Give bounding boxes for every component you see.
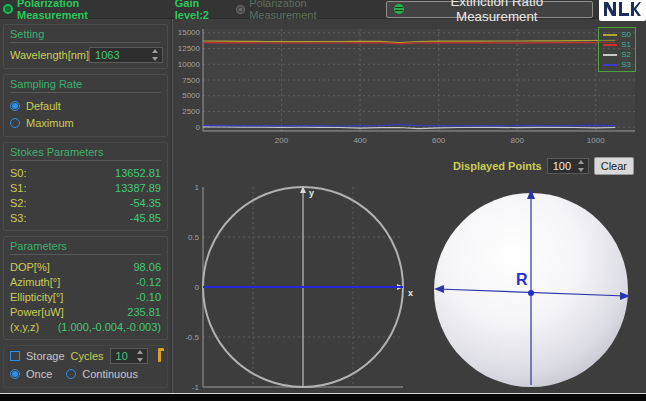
gain-level-label: Gain level:2: [175, 0, 237, 21]
app-title: Polarization Measurement: [17, 0, 153, 21]
ellipse-x-label: x: [408, 288, 413, 298]
sampling-default-label: Default: [26, 100, 61, 112]
displayed-points-spin-arrows[interactable]: [578, 160, 587, 172]
sphere-center-dot: [528, 290, 534, 296]
bottom-bar: [0, 394, 646, 401]
param-row-xyz: (x,y,z) (1.000,-0.004,-0.003): [10, 319, 161, 334]
tab-polarization-measurement[interactable]: Polarization Measurement: [236, 0, 376, 21]
svg-text:-0.5: -0.5: [185, 333, 199, 342]
brand-logo: [599, 0, 646, 21]
radio-once-icon[interactable]: [10, 369, 20, 379]
sampling-default-option[interactable]: Default: [10, 97, 161, 114]
legend-entry-S3: S3: [603, 60, 631, 69]
setting-group-title: Setting: [10, 26, 161, 43]
svg-text:1: 1: [195, 183, 200, 192]
radio-continuous-icon[interactable]: [66, 369, 76, 379]
title-bar: Polarization Measurement Gain level:2 Po…: [0, 0, 646, 19]
once-label: Once: [26, 368, 52, 380]
power-value: 235.81: [127, 306, 161, 318]
stokes-time-series-chart: 0250050007500100001250015000200400600800…: [173, 19, 646, 155]
plot-area: 0250050007500100001250015000200400600800…: [172, 19, 646, 393]
parameters-group: Parameters DOP[%] 98.06 Azimuth[°] -0.12…: [3, 236, 168, 340]
polarization-app: Polarization Measurement Gain level:2 Po…: [0, 0, 646, 401]
dop-label: DOP[%]: [10, 261, 50, 273]
azimuth-value: -0.12: [136, 276, 161, 288]
settings-panel: Setting Wavelength[nm] Sampling Rate Def…: [0, 19, 172, 393]
param-row-ellipticity: Ellipticity[°] -0.10: [10, 289, 161, 304]
param-row-dop: DOP[%] 98.06: [10, 259, 161, 274]
cycles-spinbox[interactable]: [110, 348, 148, 364]
legend-label-S3: S3: [621, 60, 631, 69]
legend-label-S2: S2: [621, 50, 631, 59]
svg-text:10000: 10000: [178, 60, 201, 69]
displayed-points-spinbox[interactable]: [547, 158, 589, 174]
spin-down-icon[interactable]: [152, 57, 158, 61]
s2-label: S2:: [10, 197, 27, 209]
xyz-value: (1.000,-0.004,-0.003): [58, 321, 161, 333]
svg-text:1000: 1000: [587, 136, 605, 145]
storage-group: Storage Cycles Once Continuous: [3, 345, 168, 388]
legend-swatch-S0: [603, 34, 617, 36]
legend-label-S0: S0: [621, 30, 631, 39]
clear-button[interactable]: Clear: [594, 157, 634, 175]
stokes-row-s2: S2: -54.35: [10, 195, 161, 210]
stokes-group-title: Stokes Parameters: [10, 144, 161, 161]
stokes-row-s3: S3: -45.85: [10, 210, 161, 225]
ellipticity-value: -0.10: [136, 291, 161, 303]
s0-label: S0:: [10, 167, 27, 179]
legend-swatch-S2: [603, 54, 617, 56]
radio-icon: [236, 5, 245, 14]
tab-polarization-label: Polarization Measurement: [249, 0, 376, 21]
wavelength-spin-arrows[interactable]: [152, 49, 161, 61]
svg-text:15000: 15000: [178, 28, 201, 37]
param-row-power: Power[uW] 235.81: [10, 304, 161, 319]
param-row-azimuth: Azimuth[°] -0.12: [10, 274, 161, 289]
dop-value: 98.06: [133, 261, 161, 273]
wavelength-spinbox[interactable]: [89, 47, 163, 63]
spin-down-icon[interactable]: [578, 168, 584, 172]
legend-swatch-S3: [603, 64, 617, 66]
legend-swatch-S1: [603, 44, 617, 46]
tab-extinction-ratio-measurement[interactable]: Extinction Ratio Measurement: [386, 1, 593, 18]
s3-value: -45.85: [130, 212, 161, 224]
spin-down-icon[interactable]: [137, 358, 143, 362]
brand-logo-mark: [603, 1, 642, 17]
lower-plots: -1-0.500.51-1-0.500.51yx R: [173, 177, 646, 401]
spin-up-icon[interactable]: [137, 350, 143, 354]
folder-icon[interactable]: [158, 351, 161, 362]
wavelength-label: Wavelength[nm]: [10, 49, 89, 61]
legend-entry-S1: S1: [603, 40, 631, 49]
legend-label-S1: S1: [621, 40, 631, 49]
chart-legend: S0S1S2S3: [598, 27, 636, 72]
svg-text:800: 800: [511, 136, 525, 145]
stokes-row-s0: S0: 13652.81: [10, 165, 161, 180]
legend-entry-S2: S2: [603, 50, 631, 59]
s1-value: 13387.89: [115, 182, 161, 194]
sampling-maximum-option[interactable]: Maximum: [10, 114, 161, 131]
chart-controls: Displayed Points Clear: [173, 155, 646, 177]
setting-group: Setting Wavelength[nm]: [3, 24, 168, 69]
storage-checkbox[interactable]: [10, 351, 20, 361]
legend-entry-S0: S0: [603, 30, 631, 39]
radio-default-icon[interactable]: [10, 101, 20, 111]
radio-maximum-icon[interactable]: [10, 118, 20, 128]
cycles-label: Cycles: [71, 350, 104, 362]
extinction-ratio-icon: [394, 4, 404, 14]
app-icon: [3, 4, 13, 14]
spin-up-icon[interactable]: [152, 49, 158, 53]
continuous-label: Continuous: [82, 368, 138, 380]
sampling-rate-group: Sampling Rate Default Maximum: [3, 74, 168, 137]
displayed-points-label: Displayed Points: [453, 160, 542, 172]
stokes-chart-container: 0250050007500100001250015000200400600800…: [173, 19, 646, 155]
stokes-group: Stokes Parameters S0: 13652.81 S1: 13387…: [3, 142, 168, 231]
sphere-r-label: R: [516, 271, 528, 288]
cycles-spin-arrows[interactable]: [137, 350, 146, 362]
s2-value: -54.35: [130, 197, 161, 209]
spin-up-icon[interactable]: [578, 160, 584, 164]
ellipticity-label: Ellipticity[°]: [10, 291, 63, 303]
s0-value: 13652.81: [115, 167, 161, 179]
svg-text:0: 0: [196, 123, 201, 132]
svg-text:0.5: 0.5: [188, 233, 200, 242]
poincare-sphere: R: [420, 177, 642, 401]
svg-text:12500: 12500: [178, 44, 201, 53]
